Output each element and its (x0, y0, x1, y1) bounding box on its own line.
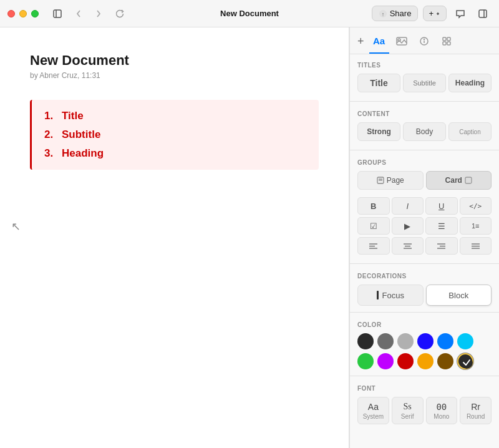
sidebar-toggle-button[interactable] (49, 5, 66, 22)
format-row-2: ☑ ▶ ☰ 1≡ (357, 217, 492, 235)
svg-rect-0 (54, 10, 61, 17)
caption-style-chip[interactable]: Caption (448, 122, 492, 141)
refresh-button[interactable] (111, 5, 128, 22)
panel-tab-plus[interactable]: + (357, 35, 364, 53)
color-red[interactable] (397, 353, 414, 369)
groups-label: GROUPS (357, 159, 492, 166)
svg-rect-14 (447, 42, 450, 45)
forward-button[interactable] (91, 6, 106, 21)
align-center-button[interactable] (392, 237, 424, 255)
font-round[interactable]: Rr Round (460, 397, 492, 424)
title-style-chip[interactable]: Title (357, 74, 400, 92)
font-label: FONT (357, 385, 492, 392)
panel-tab-bar: + Aa (350, 27, 499, 54)
color-blue[interactable] (437, 333, 453, 349)
focus-bar-icon (377, 291, 379, 299)
fullscreen-button[interactable] (31, 10, 39, 17)
color-purple[interactable] (377, 353, 394, 369)
titlebar-right-controls: ↑ Share + (372, 5, 492, 22)
doc-title: New Document (30, 52, 319, 69)
code-button[interactable]: </> (460, 197, 492, 215)
divider-1 (350, 101, 499, 102)
heading-style-chip[interactable]: Heading (448, 74, 492, 92)
italic-button[interactable]: I (392, 197, 424, 215)
align-left-button[interactable] (357, 237, 390, 255)
list-item: 3. Heading (44, 147, 306, 160)
minimize-button[interactable] (19, 10, 27, 17)
checkbox-button[interactable]: ☑ (357, 217, 390, 235)
body-style-chip[interactable]: Body (403, 122, 446, 141)
color-cyan[interactable] (457, 333, 473, 349)
font-system[interactable]: Aa System (357, 397, 389, 424)
font-mono-label: 00 (436, 402, 447, 412)
bullet-list-button[interactable]: ☰ (425, 217, 458, 235)
titles-grid: Title Subtitle Heading (357, 74, 492, 92)
list-num-1: 1. (44, 110, 57, 122)
font-serif[interactable]: Ss Serif (392, 397, 424, 424)
titles-section: TITLES Title Subtitle Heading (350, 54, 499, 100)
reader-view-button[interactable] (474, 5, 492, 22)
svg-point-31 (460, 356, 473, 369)
subtitle-style-chip[interactable]: Subtitle (403, 74, 446, 92)
titlebar: New Document ↑ Share + (0, 0, 499, 27)
font-round-sub: Round (467, 413, 485, 420)
number-list-button[interactable]: 1≡ (460, 217, 492, 235)
titles-label: TITLES (357, 62, 492, 69)
font-round-label: Rr (471, 402, 480, 412)
back-button[interactable] (71, 6, 86, 21)
add-button[interactable]: + (423, 6, 447, 21)
strong-style-chip[interactable]: Strong (357, 122, 400, 141)
font-mono[interactable]: 00 Mono (426, 397, 458, 424)
divider-4 (350, 312, 499, 313)
color-bright-blue[interactable] (417, 333, 434, 349)
format-panel: + Aa (349, 27, 499, 448)
font-system-sub: System (363, 413, 384, 420)
font-mono-sub: Mono (434, 413, 449, 420)
document-area: New Document by Abner Cruz, 11:31 1. Tit… (0, 27, 349, 448)
color-green[interactable] (357, 353, 374, 369)
list-text-2: Subtitle (62, 129, 100, 141)
divider-5 (350, 376, 499, 376)
color-brown[interactable] (437, 353, 453, 369)
list-text-1: Title (62, 110, 84, 122)
svg-rect-18 (465, 177, 472, 183)
close-button[interactable] (7, 10, 15, 17)
color-section: COLOR (350, 314, 499, 374)
justify-button[interactable] (460, 237, 492, 255)
color-light-gray[interactable] (397, 333, 414, 349)
share-button[interactable]: ↑ Share (372, 6, 419, 21)
color-black[interactable] (357, 333, 374, 349)
page-group-chip[interactable]: Page (357, 171, 424, 190)
play-button[interactable]: ▶ (392, 217, 424, 235)
svg-rect-13 (443, 42, 446, 45)
block-button[interactable]: Block (426, 285, 492, 306)
panel-tab-grid[interactable] (437, 34, 457, 54)
font-serif-label: Ss (404, 402, 412, 412)
svg-rect-4 (479, 10, 487, 17)
traffic-lights (7, 10, 39, 17)
color-dark-gray[interactable] (377, 333, 394, 349)
document-title: New Document (220, 9, 279, 18)
color-selected[interactable] (457, 353, 473, 369)
color-orange[interactable] (417, 353, 434, 369)
list-num-3: 3. (44, 147, 57, 160)
svg-rect-12 (447, 37, 450, 41)
svg-point-10 (424, 39, 424, 40)
divider-3 (350, 263, 499, 264)
panel-tab-aa[interactable]: Aa (369, 34, 389, 54)
list-item: 2. Subtitle (44, 129, 306, 141)
underline-button[interactable]: U (425, 197, 458, 215)
panel-tab-info[interactable] (414, 34, 434, 54)
format-buttons-section: B I U </> ☑ ▶ ☰ 1≡ (350, 195, 499, 262)
panel-tab-image[interactable] (392, 34, 412, 54)
font-grid: Aa System Ss Serif 00 Mono Rr Round (357, 397, 492, 424)
card-group-chip[interactable]: Card (426, 171, 492, 190)
align-right-button[interactable] (425, 237, 458, 255)
focus-button[interactable]: Focus (357, 285, 424, 306)
chat-button[interactable] (452, 5, 469, 22)
divider-2 (350, 150, 499, 150)
format-row-1: B I U </> (357, 197, 492, 215)
font-system-label: Aa (368, 402, 379, 412)
groups-section: GROUPS Page Card (350, 152, 499, 195)
bold-button[interactable]: B (357, 197, 390, 215)
